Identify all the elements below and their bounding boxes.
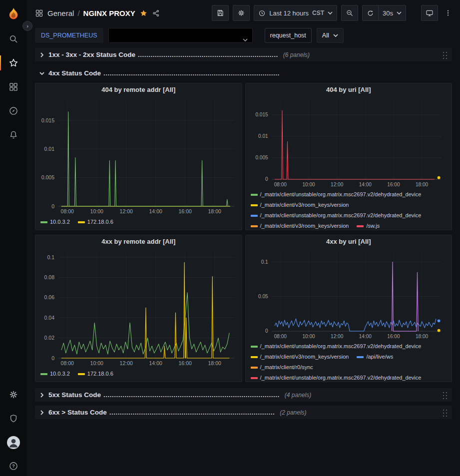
share-icon[interactable] [152, 9, 160, 17]
sidebar-item-alerting[interactable] [0, 124, 27, 146]
panel-title[interactable]: 404 by uri [All] [246, 83, 452, 96]
gear-icon [237, 9, 245, 17]
svg-text:12:00: 12:00 [331, 182, 344, 187]
legend-item[interactable]: /_matrix/client/r0/sync [251, 362, 313, 373]
chevron-right-icon [39, 392, 45, 398]
svg-text:0: 0 [51, 355, 54, 361]
row-leader-dots: ........................................… [138, 51, 278, 58]
gear-icon [8, 390, 18, 400]
svg-text:0.005: 0.005 [41, 174, 54, 180]
host-variable-select[interactable] [108, 28, 253, 43]
refresh-interval-dropdown[interactable]: 30s [378, 5, 406, 21]
breadcrumb-root[interactable]: General [47, 9, 74, 17]
row-drag-handle[interactable] [442, 391, 448, 399]
refresh-button[interactable] [362, 5, 379, 21]
apps-icon [35, 9, 43, 17]
grafana-logo[interactable] [0, 3, 27, 25]
svg-text:08:00: 08:00 [274, 182, 287, 187]
legend-item[interactable]: /_matrix/client/unstable/org.matrix.msc2… [251, 373, 422, 382]
chart-legend: 10.0.3.2172.18.0.6 [35, 215, 242, 227]
row-drag-handle[interactable] [442, 50, 448, 59]
sidebar-item-profile[interactable] [0, 432, 27, 454]
save-dashboard-button[interactable] [212, 5, 229, 21]
legend-item[interactable]: 10.0.3.2 [40, 217, 70, 227]
row-panel-count: (4 panels) [285, 392, 311, 399]
svg-text:08:00: 08:00 [61, 208, 74, 214]
chevron-down-icon [328, 11, 333, 14]
row-6xx[interactable]: 6xx > Status Code ......................… [35, 406, 452, 419]
sidebar-expand-button[interactable]: › [22, 21, 32, 31]
request-host-value: All [322, 32, 329, 39]
search-icon [8, 34, 18, 44]
panel-title[interactable]: 4xx by uri [All] [246, 235, 452, 248]
legend-item[interactable]: /_matrix/client/unstable/org.matrix.msc2… [251, 210, 422, 221]
request-host-select[interactable]: All [317, 28, 344, 43]
legend-item[interactable]: /_matrix/client/unstable/org.matrix.msc2… [251, 189, 422, 200]
legend-item[interactable]: /api/live/ws [357, 352, 393, 362]
row-5xx[interactable]: 5xx Status Code ........................… [35, 388, 452, 402]
save-icon [216, 9, 224, 17]
svg-text:18:00: 18:00 [208, 360, 221, 366]
svg-text:14:00: 14:00 [149, 360, 162, 366]
panel-title[interactable]: 404 by remote addr [All] [35, 83, 242, 96]
time-series-chart[interactable]: 08:0010:0012:0014:0016:0018:0000.0050.01… [35, 96, 242, 215]
panel-4xx-by-remote-addr: 4xx by remote addr [All] 08:0010:0012:00… [35, 235, 242, 382]
compass-icon [8, 106, 18, 116]
page-title: NGINX PROXY [83, 9, 135, 17]
breadcrumb: General / NGINX PROXY [47, 9, 135, 17]
panel-title[interactable]: 4xx by remote addr [All] [35, 235, 242, 248]
time-range-picker[interactable]: Last 12 hours CST [254, 5, 337, 21]
sidebar-item-configuration[interactable] [0, 384, 27, 406]
chart-legend: /_matrix/client/unstable/org.matrix.msc2… [246, 188, 452, 230]
legend-item[interactable]: /_matrix/client/unstable/org.matrix.msc2… [251, 341, 422, 352]
time-series-chart[interactable]: 08:0010:0012:0014:0016:0018:0000.020.040… [35, 248, 242, 367]
sidebar-item-explore[interactable] [0, 100, 27, 122]
dashboard-settings-button[interactable] [233, 5, 250, 21]
time-range-label: Last 12 hours [269, 9, 309, 17]
variables-toolbar: DS_PROMETHEUS request_host All [27, 26, 460, 45]
apps-icon [8, 82, 18, 92]
row-drag-handle[interactable] [442, 408, 448, 417]
legend-item[interactable]: /sw.js [357, 221, 380, 230]
svg-text:0.015: 0.015 [41, 117, 54, 123]
panel-4xx-by-uri: 4xx by uri [All] 08:0010:0012:0014:0016:… [245, 235, 453, 382]
sidebar-item-starred[interactable] [0, 52, 27, 74]
timezone-label: CST [312, 9, 324, 16]
row-title: 6xx > Status Code [48, 409, 107, 416]
legend-item[interactable]: 172.18.0.6 [78, 217, 113, 227]
row-4xx[interactable]: 4xx Status Code ........................… [35, 66, 452, 80]
sidebar-item-admin[interactable] [0, 408, 27, 430]
row-leader-dots: ........................................… [109, 409, 275, 416]
sidebar-item-dashboards[interactable] [0, 76, 27, 98]
sidebar-item-help[interactable]: ? [0, 455, 27, 476]
legend-item[interactable]: /_matrix/client/v3/room_keys/version [251, 221, 349, 230]
datasource-variable[interactable]: DS_PROMETHEUS [35, 28, 103, 43]
chevron-right-icon [39, 52, 45, 58]
legend-item[interactable]: /_matrix/client/v3/room_keys/version [251, 352, 349, 362]
sidebar-item-search[interactable] [0, 28, 27, 50]
row-1xx-3xx-2xx[interactable]: 1xx - 3xx - 2xx Status Code ............… [35, 48, 452, 61]
row-leader-dots: ........................................… [103, 391, 280, 399]
legend-item[interactable]: 172.18.0.6 [78, 369, 113, 379]
tv-mode-button[interactable] [421, 5, 438, 21]
row-title: 5xx Status Code [48, 391, 101, 399]
zoom-out-button[interactable] [341, 5, 358, 21]
svg-text:18:00: 18:00 [416, 334, 429, 339]
svg-text:0: 0 [51, 203, 54, 209]
time-series-chart[interactable]: 08:0010:0012:0014:0016:0018:0000.0050.01… [246, 96, 452, 188]
svg-text:0: 0 [265, 176, 268, 182]
svg-text:0.08: 0.08 [44, 274, 55, 280]
svg-text:0.1: 0.1 [47, 254, 54, 260]
legend-item[interactable]: /_matrix/client/v3/room_keys/version [251, 200, 349, 210]
row-leader-dots: ........................................… [103, 69, 280, 77]
chevron-down-icon [333, 34, 338, 37]
clock-icon [258, 9, 266, 17]
legend-item[interactable]: 10.0.3.2 [40, 369, 70, 379]
time-series-chart[interactable]: 08:0010:0012:0014:0016:0018:0000.050.1 [246, 248, 452, 340]
panel-grid: 404 by remote addr [All] 08:0010:0012:00… [35, 83, 452, 382]
svg-text:18:00: 18:00 [416, 182, 429, 187]
kebab-icon [444, 9, 452, 17]
svg-text:0.05: 0.05 [258, 294, 268, 299]
kebab-menu-button[interactable] [442, 5, 454, 21]
favorite-star-icon[interactable] [139, 9, 148, 17]
